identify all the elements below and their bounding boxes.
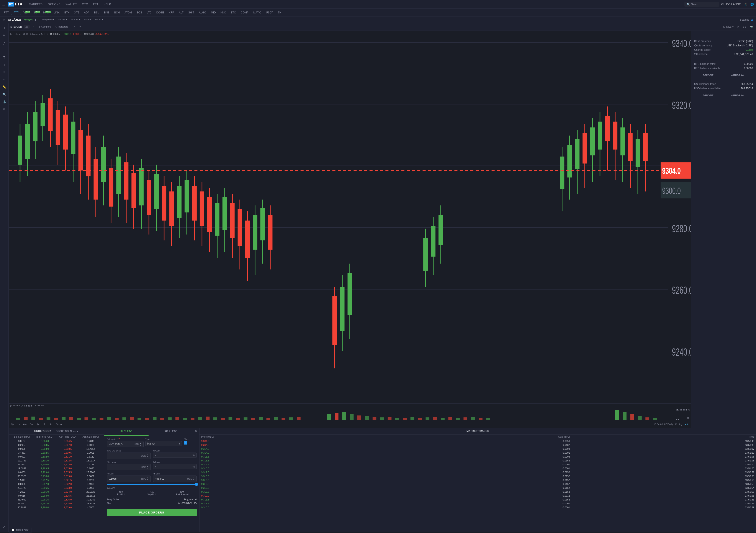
place-checkbox[interactable]: ✓ xyxy=(184,441,187,444)
slider-thumb[interactable] xyxy=(195,483,198,486)
ticker-atom[interactable]: ATOM xyxy=(122,10,134,15)
nav-options[interactable]: OPTIONS xyxy=(45,1,63,7)
type-move[interactable]: MOVE ▾ xyxy=(57,18,68,21)
chart-expand-icon[interactable]: ▷ xyxy=(11,33,12,35)
chart-gear-icon[interactable]: ⚙ xyxy=(687,417,689,420)
orderbook-row[interactable]: 12.0767 9,301.0 9,312.5 15.0117 xyxy=(9,459,104,463)
ask-price-cell[interactable]: 9,322.0 xyxy=(56,483,79,485)
hamburger-icon[interactable]: ☰ xyxy=(2,2,5,6)
amount-btc-spinner[interactable]: ▲▼ xyxy=(147,477,149,481)
take-profit-input-wrap[interactable]: USD ▲▼ xyxy=(107,453,151,459)
ticker-comp[interactable]: COMP xyxy=(238,10,251,15)
chart-bar-type[interactable]: ⎍ xyxy=(32,25,36,29)
bid-price-cell[interactable]: 9,303.5 xyxy=(33,444,56,446)
bid-price-cell[interactable]: 9,302.0 xyxy=(33,455,56,458)
loss-input[interactable] xyxy=(157,465,193,468)
bid-price-cell[interactable]: 9,295.0 xyxy=(33,491,56,493)
chart-save[interactable]: ⊡ Save ▾ xyxy=(723,25,734,28)
entry-price-input[interactable] xyxy=(115,443,134,446)
device-icon[interactable]: 📱 xyxy=(744,3,747,6)
type-chevron[interactable]: ▾ xyxy=(179,442,180,445)
volume-expand-icon[interactable]: ▷ xyxy=(11,404,12,407)
volume-type-icons[interactable]: ▣ ▣ ▣ xyxy=(26,405,33,407)
ask-price-cell[interactable]: 9,308.5 xyxy=(56,447,79,450)
chart-indicators[interactable]: ∿ Indicators xyxy=(54,25,69,29)
orderbook-row[interactable]: 3.8157 9,304.0 9,304.5 3.4048 xyxy=(9,439,104,443)
bid-price-cell[interactable]: 9,297.0 xyxy=(33,483,56,485)
ruler-tool[interactable]: 📏 xyxy=(1,84,8,90)
time-5d[interactable]: 5d xyxy=(43,423,47,426)
usd-deposit-btn[interactable]: DEPOSIT xyxy=(700,93,716,97)
orderbook-row[interactable]: 0.0005 9,297.0 9,322.0 5.1999 xyxy=(9,482,104,486)
amount-usd-input-wrap[interactable]: ≈ USD ▲▼ xyxy=(153,475,197,482)
ticker-ada[interactable]: ADA xyxy=(82,10,92,15)
btc-withdraw-btn[interactable]: WITHDRAW xyxy=(728,73,747,77)
time-5y[interactable]: 5y xyxy=(11,423,15,426)
nav-otc[interactable]: OTC xyxy=(80,1,90,7)
gain-input-wrap[interactable]: ≈ % xyxy=(153,453,197,458)
language-icon[interactable]: 🌐 xyxy=(750,3,754,6)
ask-price-cell[interactable]: 9,315.5 xyxy=(56,471,79,474)
measure-tool[interactable]: ≡ xyxy=(1,69,8,75)
ask-price-cell[interactable]: 9,315.0 xyxy=(56,467,79,470)
nav-help[interactable]: HELP xyxy=(101,1,113,7)
bid-price-cell[interactable]: 9,296.5 xyxy=(33,487,56,489)
ticker-eos[interactable]: EOS xyxy=(134,10,144,15)
amount-usd-spinner[interactable]: ▲▼ xyxy=(193,477,195,481)
ticker-btc[interactable]: BTC xyxy=(11,10,21,15)
orderbook-row[interactable]: 0.0001 9,302.0 9,311.0 1.6132 xyxy=(9,455,104,459)
ask-price-cell[interactable]: 9,325.5 xyxy=(56,494,79,497)
cursor-tool[interactable]: ↖ xyxy=(1,32,8,39)
ask-price-cell[interactable]: 9,323.0 xyxy=(56,487,79,489)
orderbook-row[interactable]: 31.4009 9,291.5 9,326.0 30.2249 xyxy=(9,498,104,501)
grouping-value[interactable]: None xyxy=(70,430,76,432)
pattern-tool[interactable]: ⊹ xyxy=(1,62,8,68)
ticker-xrp[interactable]: XRP xyxy=(167,10,176,15)
chart-timeframe[interactable]: 5m xyxy=(24,25,30,29)
ticker-bsv[interactable]: BSV xyxy=(92,10,101,15)
btc-deposit-btn[interactable]: DEPOSIT xyxy=(700,73,716,77)
time-6m[interactable]: 6m xyxy=(22,423,27,426)
bid-price-cell[interactable]: 9,299.5 xyxy=(33,467,56,470)
amount-usd-input[interactable] xyxy=(157,477,187,480)
type-perpetual[interactable]: Perpetual ▾ xyxy=(41,18,56,21)
orderbook-row[interactable]: 0.2097 9,303.5 9,307.0 0.8036 xyxy=(9,443,104,447)
ask-price-cell[interactable]: 9,319.0 xyxy=(56,475,79,477)
expand-tool[interactable]: ⤢ xyxy=(1,523,8,530)
stop-loss-input[interactable] xyxy=(109,466,141,469)
take-profit-input[interactable] xyxy=(109,454,141,457)
line-tool[interactable]: ╱ xyxy=(1,40,8,46)
amount-btc-input-wrap[interactable]: BTC ▲▼ xyxy=(107,475,151,482)
stop-loss-spinner[interactable]: ▲▼ xyxy=(147,465,149,469)
type-future[interactable]: Future ▾ xyxy=(70,18,82,21)
type-select-wrap[interactable]: Market ▾ xyxy=(145,441,182,446)
nav-markets[interactable]: MARKETS xyxy=(27,1,45,7)
grouping-chevron[interactable]: ▾ xyxy=(77,430,78,433)
bid-price-cell[interactable]: 9,291.5 xyxy=(33,498,56,501)
goto-btn[interactable]: Go to... xyxy=(55,423,65,426)
ticker-bch[interactable]: BCH xyxy=(112,10,122,15)
ask-price-cell[interactable]: 9,312.5 xyxy=(56,459,79,462)
take-profit-spinner[interactable]: ▲▼ xyxy=(147,454,149,458)
pct-symbol[interactable]: % xyxy=(675,423,677,426)
star-icon[interactable]: ☆ xyxy=(3,18,5,21)
brush-tool[interactable]: ✏ xyxy=(1,106,8,112)
nav-ftt[interactable]: FTT xyxy=(91,1,100,7)
type-token[interactable]: Token ▾ xyxy=(94,18,104,21)
zoom-tool[interactable]: 🔍 xyxy=(1,91,8,97)
chart-screenshot[interactable]: 📷 xyxy=(749,25,754,29)
anchor-tool[interactable]: ⚓ xyxy=(1,98,8,105)
bid-price-cell[interactable]: 9,302.5 xyxy=(33,451,56,454)
logo[interactable]: FT FTX xyxy=(8,2,22,7)
orderbook-row[interactable]: 19.8952 9,299.5 9,315.0 0.6840 xyxy=(9,466,104,470)
back-tool[interactable]: ← xyxy=(1,76,8,83)
auto-btn[interactable]: auto xyxy=(685,423,689,426)
bid-price-cell[interactable]: 9,290.0 xyxy=(33,506,56,509)
ticker-etc[interactable]: ETC xyxy=(229,10,238,15)
ticker-shit[interactable]: SHIT xyxy=(186,10,196,15)
ask-price-cell[interactable]: 9,304.5 xyxy=(56,440,79,442)
chart-undo[interactable]: ↩ xyxy=(71,25,76,29)
chart-redo[interactable]: ↪ xyxy=(78,25,82,29)
time-1d[interactable]: 1d xyxy=(49,423,53,426)
ticker-vet[interactable]: VET NEW xyxy=(21,10,31,15)
